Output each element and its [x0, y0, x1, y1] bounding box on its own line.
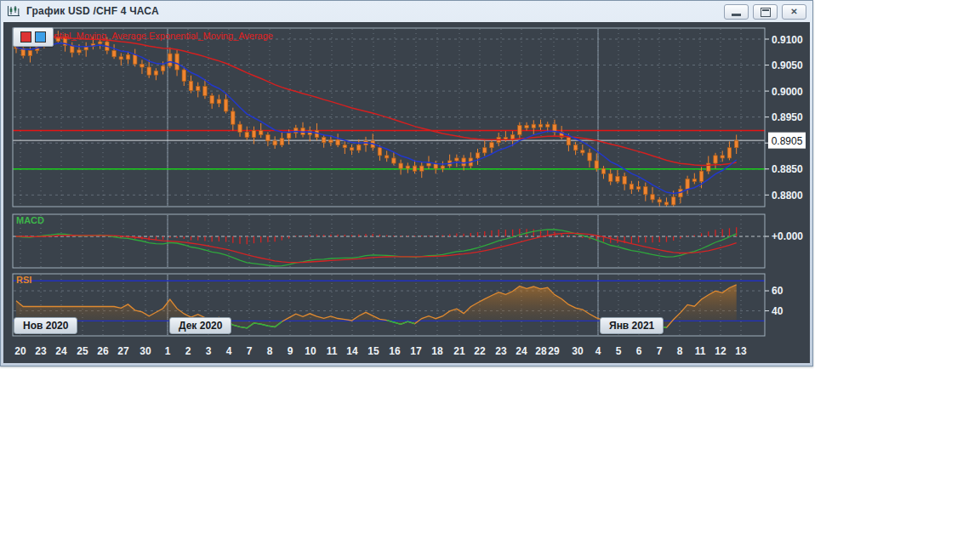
- svg-text:0.9100: 0.9100: [772, 34, 803, 46]
- pane-borders: [13, 28, 765, 336]
- svg-text:24: 24: [516, 345, 527, 357]
- close-button[interactable]: ✕: [782, 4, 806, 20]
- svg-text:24: 24: [55, 345, 67, 357]
- svg-text:6: 6: [636, 345, 642, 357]
- svg-text:0.8905: 0.8905: [772, 135, 803, 147]
- current-price-marker: 0.8905: [768, 133, 806, 149]
- ema-fast-swatch: [35, 31, 46, 43]
- svg-text:0.8850: 0.8850: [772, 163, 803, 175]
- svg-text:14: 14: [346, 345, 358, 357]
- chart-canvas[interactable]: 2023242526273012347891011141516171821222…: [3, 22, 810, 363]
- rsi-pane-label: RSI: [16, 275, 31, 285]
- svg-text:1: 1: [165, 345, 171, 357]
- svg-text:7: 7: [247, 345, 253, 357]
- candlesticks: [14, 31, 738, 208]
- maximize-button[interactable]: [753, 4, 778, 20]
- svg-text:18: 18: [431, 345, 443, 357]
- svg-text:9: 9: [288, 345, 293, 357]
- svg-text:22: 22: [474, 345, 486, 357]
- window-titlebar[interactable]: График USD /CHF 4 ЧАСА ✕: [1, 1, 812, 21]
- svg-text:29: 29: [548, 345, 560, 357]
- svg-text:16: 16: [389, 345, 401, 357]
- svg-text:11: 11: [695, 345, 706, 357]
- svg-text:23: 23: [495, 345, 507, 357]
- chart-window: График USD /CHF 4 ЧАСА ✕ 202324252627301…: [0, 0, 813, 366]
- svg-text:12: 12: [715, 345, 726, 357]
- svg-text:0.8800: 0.8800: [772, 190, 803, 202]
- svg-text:13: 13: [735, 345, 747, 357]
- svg-text:5: 5: [616, 345, 622, 357]
- window-title: График USD /CHF 4 ЧАСА: [26, 5, 159, 17]
- svg-text:20: 20: [14, 345, 26, 357]
- svg-text:28: 28: [535, 345, 547, 357]
- svg-text:3: 3: [206, 345, 212, 357]
- svg-text:27: 27: [117, 345, 129, 357]
- chart-client-area: 2023242526273012347891011141516171821222…: [3, 22, 810, 363]
- svg-text:+0.000: +0.000: [772, 230, 803, 242]
- maximize-icon: [761, 8, 771, 17]
- svg-text:2: 2: [185, 345, 191, 357]
- ema-slow-swatch: [20, 31, 31, 43]
- svg-text:4: 4: [595, 345, 601, 357]
- month-chip-dec-2020: Дек 2020: [169, 317, 231, 334]
- desktop: График USD /CHF 4 ЧАСА ✕ 202324252627301…: [0, 0, 980, 551]
- svg-text:10: 10: [305, 345, 316, 357]
- svg-text:0.9000: 0.9000: [772, 86, 803, 98]
- window-controls: ✕: [724, 4, 806, 20]
- month-chip-nov-2020: Нов 2020: [14, 317, 77, 334]
- candlestick-chart-icon: [6, 5, 21, 18]
- indicator-legend-text: Exponential_Moving_Average.Exponential_M…: [22, 31, 273, 41]
- minimize-icon: [732, 14, 741, 16]
- svg-text:25: 25: [77, 345, 88, 357]
- svg-text:7: 7: [657, 345, 663, 357]
- svg-text:8: 8: [677, 345, 683, 357]
- svg-text:30: 30: [140, 345, 151, 357]
- indicator-legend-panel[interactable]: [13, 27, 54, 47]
- month-chip-jan-2021: Янв 2021: [600, 317, 664, 334]
- close-icon: ✕: [790, 8, 797, 16]
- svg-text:0.8950: 0.8950: [772, 111, 803, 123]
- svg-text:4: 4: [226, 345, 232, 357]
- macd-pane: [13, 227, 765, 266]
- minimize-button[interactable]: [724, 4, 749, 20]
- macd-pane-label: MACD: [16, 215, 44, 225]
- svg-text:17: 17: [410, 345, 422, 357]
- svg-text:40: 40: [772, 305, 783, 317]
- svg-text:15: 15: [368, 345, 379, 357]
- svg-text:8: 8: [267, 345, 273, 357]
- svg-text:11: 11: [327, 345, 338, 357]
- svg-text:60: 60: [772, 285, 783, 297]
- grid-lines: [14, 29, 764, 335]
- svg-text:26: 26: [97, 345, 109, 357]
- svg-text:30: 30: [572, 345, 584, 357]
- svg-text:21: 21: [453, 345, 465, 357]
- svg-text:23: 23: [35, 345, 47, 357]
- svg-text:0.9050: 0.9050: [772, 60, 803, 71]
